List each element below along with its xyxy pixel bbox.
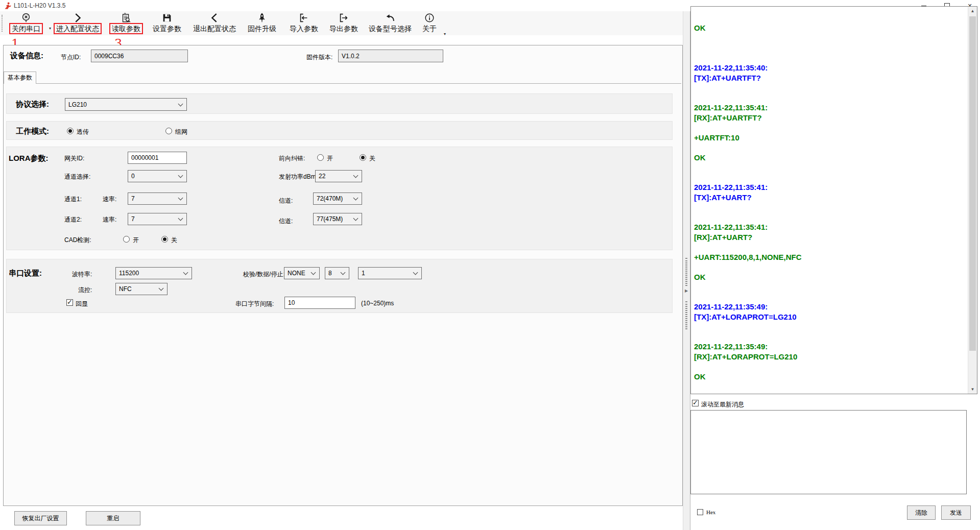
radio-network-label: 组网 — [175, 128, 187, 136]
log-line: 2021-11-22,11:35:49: — [694, 342, 967, 352]
tab-basic-params[interactable]: 基本参数 — [4, 71, 36, 84]
tx-power-label: 发射功率dBm: — [279, 173, 318, 181]
baud-value: 115200 — [119, 270, 139, 277]
protocol-select[interactable]: LG210 — [65, 98, 187, 111]
channel1-rate-value: 7 — [131, 195, 135, 202]
scroll-to-latest-checkbox[interactable] — [692, 400, 699, 406]
byte-interval-input[interactable]: 10 — [284, 297, 355, 309]
log-line: [RX]:AT+LORAPROT=LG210 — [694, 352, 967, 362]
channel1-rate-select[interactable]: 7 — [128, 192, 187, 205]
chevron-down-icon — [341, 270, 346, 275]
scroll-to-latest-label: 滚动至最新消息 — [701, 400, 744, 409]
send-button[interactable]: 发送 — [941, 505, 971, 520]
toolbar-label: 退出配置状态 — [190, 23, 238, 34]
chevron-down-icon — [178, 216, 183, 221]
chevron-down-icon — [178, 196, 183, 201]
parity-select[interactable]: NONE — [284, 267, 320, 279]
toolbar-button-import-params[interactable]: 导入参数 — [284, 11, 324, 35]
firmware-label: 固件版本: — [306, 53, 332, 62]
databits-select[interactable]: 8 — [325, 267, 349, 279]
clear-label: 清除 — [915, 509, 927, 517]
firmware-value: V1.0.2 — [342, 53, 360, 60]
config-panel: 设备信息: 节点ID: 0009CC36 固件版本: V1.0.2 基本参数 协… — [3, 45, 683, 506]
toolbar-button-device-model[interactable]: 设备型号选择 — [364, 11, 417, 35]
protocol-section: 协议选择: LG210 — [6, 93, 673, 114]
toolbar-label: 读取参数 — [109, 23, 143, 34]
toolbar-button-set-params[interactable]: 设置参数 — [147, 11, 187, 35]
channel-select-value: 0 — [131, 173, 135, 180]
stopbits-select[interactable]: 1 — [358, 267, 422, 279]
work-mode-section: 工作模式: 透传 组网 — [6, 121, 673, 140]
tx-power-select[interactable]: 22 — [315, 170, 362, 182]
channel2-label: 通道2: — [64, 215, 82, 224]
parity-label: 校验/数据/停止: — [243, 270, 285, 279]
scroll-down-icon[interactable]: ▼ — [968, 385, 977, 394]
firmware-field[interactable]: V1.0.2 — [338, 50, 443, 62]
splitter-grip — [685, 301, 687, 329]
toolbar-label: 关闭串口 — [9, 23, 43, 34]
toolbar-button-enter-config[interactable]: 进入配置状态 — [51, 11, 104, 35]
rate-label: 速率: — [103, 195, 116, 204]
panel-splitter[interactable]: ▶ — [683, 11, 690, 530]
toolbar-label: 进入配置状态 — [54, 23, 102, 34]
radio-fec-on[interactable] — [317, 154, 324, 161]
radio-cad-on[interactable] — [123, 236, 130, 243]
toolbar-button-about[interactable]: 关于 — [418, 11, 441, 35]
echo-checkbox[interactable] — [66, 299, 73, 306]
toolbar-label: 关于 — [420, 23, 439, 34]
radio-network-mode[interactable] — [165, 128, 172, 134]
toolbar-button-close-serial[interactable]: 关闭串口 — [3, 11, 49, 35]
save-params-icon — [161, 12, 173, 23]
channel2-freq-value: 77(475M) — [317, 215, 343, 223]
about-icon — [424, 12, 435, 23]
flow-select[interactable]: NFC — [115, 283, 168, 295]
node-id-field[interactable]: 0009CC36 — [91, 50, 188, 62]
splitter-collapse-icon[interactable]: ▶ — [685, 288, 688, 293]
scrollbar-thumb[interactable] — [969, 16, 976, 351]
hex-checkbox[interactable] — [697, 509, 703, 515]
tabstrip-divider — [4, 83, 681, 84]
hex-label: Hex — [706, 509, 715, 515]
radio-transparent-mode[interactable] — [67, 128, 74, 134]
read-params-icon — [121, 12, 132, 23]
log-line — [694, 262, 967, 272]
factory-reset-button[interactable]: 恢复出厂设置 — [14, 511, 67, 525]
log-line — [694, 142, 967, 153]
protocol-value: LG210 — [68, 101, 87, 108]
toolbar-button-read-params[interactable]: 读取参数 — [106, 11, 147, 35]
channel2-freq-select[interactable]: 77(475M) — [313, 213, 362, 225]
toolbar-button-exit-config[interactable]: 退出配置状态 — [188, 11, 241, 35]
clear-button[interactable]: 清除 — [907, 505, 936, 520]
log-line: [TX]:AT+UART? — [694, 192, 967, 203]
radio-cad-off-label: 关 — [171, 236, 177, 245]
log-scrollbar[interactable]: ▲ ▼ — [968, 7, 977, 394]
chevron-down-icon — [159, 286, 164, 291]
log-line — [694, 242, 967, 252]
lora-section: LORA参数: 网关ID: 00000001 前向纠错: 开 关 通道选择: 0… — [6, 147, 673, 250]
protocol-label: 协议选择: — [16, 100, 49, 109]
chevron-down-icon[interactable]: ▾ — [444, 32, 446, 36]
restart-button[interactable]: 重启 — [86, 511, 140, 525]
toolbar-grip[interactable] — [2, 15, 3, 32]
byte-interval-value: 10 — [288, 299, 295, 306]
channel1-freq-select[interactable]: 72(470M) — [313, 192, 362, 205]
channel-select[interactable]: 0 — [128, 170, 187, 182]
log-line: 2021-11-22,11:35:41: — [694, 222, 967, 232]
radio-cad-off[interactable] — [161, 236, 168, 243]
app-window: { "window": { "title": "L101-L-H20 V1.3.… — [0, 0, 980, 530]
log-output[interactable]: OK 2021-11-22,11:35:40:[TX]:AT+UARTFT? 2… — [690, 6, 977, 394]
byte-interval-label: 串口字节间隔: — [235, 300, 274, 308]
log-line — [694, 202, 967, 212]
channel2-rate-select[interactable]: 7 — [128, 213, 187, 225]
log-line: 2021-11-22,11:35:41: — [694, 103, 967, 113]
tab-label: 基本参数 — [8, 74, 32, 82]
toolbar-button-firmware-upgrade[interactable]: 固件升级 — [242, 11, 282, 35]
baud-select[interactable]: 115200 — [115, 267, 192, 279]
scroll-up-icon[interactable]: ▲ — [968, 7, 977, 15]
toolbar-button-export-params[interactable]: 导出参数 — [324, 11, 364, 35]
log-line: 2021-11-22,11:35:41: — [694, 182, 967, 192]
gateway-id-input[interactable]: 00000001 — [128, 152, 187, 164]
send-input[interactable] — [690, 410, 967, 494]
radio-fec-off[interactable] — [360, 154, 366, 161]
lora-label: LORA参数: — [9, 154, 49, 163]
